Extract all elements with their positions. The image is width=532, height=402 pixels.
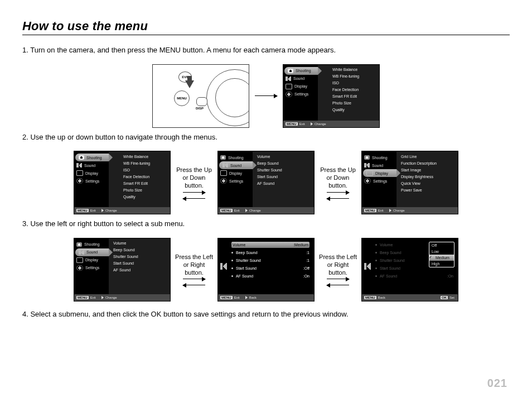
menu-screen-sound-list: Shooting Sound Display Settings Volume B…	[74, 238, 171, 302]
speaker-icon	[364, 263, 371, 270]
option-high[interactable]: High	[429, 261, 454, 267]
double-arrow-icon	[181, 279, 207, 285]
menu-screen-display: Shooting Sound Display Settings Grid Lin…	[361, 151, 458, 214]
caption-leftright-2: Press the Left or Right button.	[318, 253, 358, 276]
step-4-text: 4. Select a submenu, and then click the …	[22, 309, 510, 319]
step-3-text: 3. Use the left or right button to selec…	[22, 219, 510, 229]
iso-icon	[322, 81, 330, 85]
submenu-item-beep[interactable]: Beep Sound:1	[231, 250, 309, 256]
submenu-item-start[interactable]: Start Sound:Off	[231, 265, 309, 271]
option-off[interactable]: Off	[429, 242, 454, 248]
page-title: How to use the menu	[22, 19, 510, 34]
right-arrow-icon	[311, 122, 313, 126]
smartfr-icon	[322, 94, 330, 99]
speaker-icon	[286, 76, 291, 81]
step-2-text: 2. Use the up or down button to navigate…	[22, 132, 510, 142]
title-rule	[22, 35, 510, 35]
option-medium[interactable]: Medium	[429, 255, 454, 261]
page-number: 021	[487, 377, 507, 390]
wb-icon	[322, 68, 330, 72]
double-arrow-icon	[325, 279, 351, 285]
menu-screen-sound: Shooting Sound Display Settings Volume B…	[217, 151, 315, 214]
sidebar-item-shooting[interactable]: Shooting	[284, 67, 318, 75]
volume-option-popup: Off Low Medium High	[429, 242, 454, 267]
face-icon	[322, 88, 330, 92]
sidebar-item-settings[interactable]: Settings	[283, 90, 318, 98]
camera-illustration: EVF MENU	[152, 64, 249, 128]
menu-screen-shooting: Shooting Sound Display Settings White Ba…	[283, 64, 380, 128]
size-icon	[322, 101, 330, 106]
menu-screen-volume-popup: Volume Beep Sound Shutter Sound Start So…	[361, 238, 458, 302]
press-arrow-icon	[185, 80, 194, 88]
double-arrow-icon	[181, 192, 207, 199]
arrow-right-icon	[253, 95, 279, 96]
menu-footer: MENUExit Change	[283, 121, 379, 127]
submenu-item-volume[interactable]: Volume:Medium	[231, 242, 309, 248]
caption-leftright-1: Press the Left or Right button.	[174, 253, 214, 276]
menu-screen-volume-values: Volume:Medium Beep Sound:1 Shutter Sound…	[217, 238, 315, 302]
option-low[interactable]: Low	[429, 248, 454, 255]
gear-icon	[286, 92, 292, 97]
sidebar-item-display[interactable]: Display	[283, 83, 318, 90]
quality-icon	[322, 108, 330, 112]
double-arrow-icon	[325, 192, 351, 199]
submenu-item-af[interactable]: AF Sound:On	[231, 273, 309, 279]
step-3-figure-row: Shooting Sound Display Settings Volume B…	[22, 238, 510, 302]
sidebar-item-sound[interactable]: Sound	[283, 75, 318, 83]
caption-updown-1: Press the Up or Down button.	[174, 166, 214, 189]
speaker-icon	[220, 263, 227, 270]
step-1-text: 1. Turn on the camera, and then press th…	[22, 45, 510, 55]
menu-button-label: MENU	[174, 90, 190, 106]
step-1-figure-row: EVF MENU Shooting Sound Display Settings…	[22, 64, 510, 128]
menu-screen-shooting-2: Shooting Sound Display Settings White Ba…	[74, 151, 171, 214]
submenu-item-shutter[interactable]: Shutter Sound:1	[231, 257, 309, 264]
caption-updown-2: Press the Up or Down button.	[318, 166, 358, 189]
wbft-icon	[322, 74, 330, 79]
disp-button-label	[196, 97, 207, 106]
camera-icon	[288, 69, 293, 73]
display-icon	[286, 84, 292, 89]
step-2-figure-row: Shooting Sound Display Settings White Ba…	[22, 151, 510, 214]
